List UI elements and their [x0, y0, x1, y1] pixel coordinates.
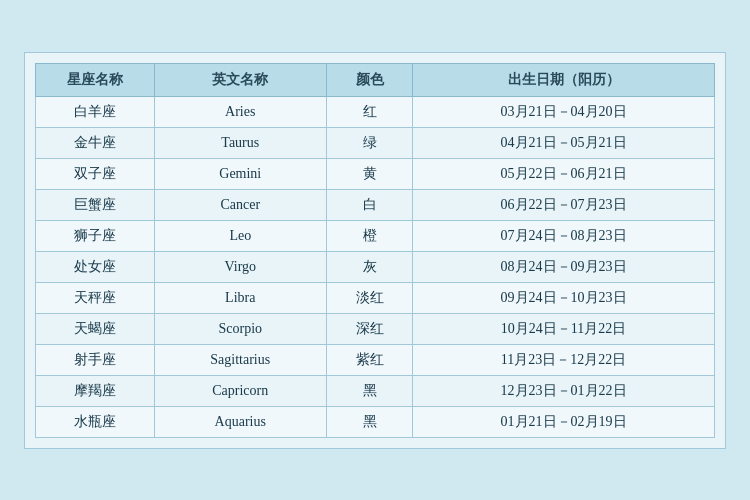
- cell-english: Cancer: [154, 189, 326, 220]
- cell-date: 03月21日－04月20日: [413, 96, 715, 127]
- cell-english: Libra: [154, 282, 326, 313]
- table-row: 天蝎座Scorpio深红10月24日－11月22日: [36, 313, 715, 344]
- cell-chinese: 白羊座: [36, 96, 155, 127]
- header-chinese: 星座名称: [36, 63, 155, 96]
- cell-color: 淡红: [326, 282, 412, 313]
- cell-date: 09月24日－10月23日: [413, 282, 715, 313]
- cell-color: 黑: [326, 375, 412, 406]
- cell-date: 11月23日－12月22日: [413, 344, 715, 375]
- cell-chinese: 处女座: [36, 251, 155, 282]
- table-header-row: 星座名称 英文名称 颜色 出生日期（阳历）: [36, 63, 715, 96]
- cell-date: 06月22日－07月23日: [413, 189, 715, 220]
- cell-english: Scorpio: [154, 313, 326, 344]
- cell-english: Aries: [154, 96, 326, 127]
- cell-date: 01月21日－02月19日: [413, 406, 715, 437]
- cell-color: 灰: [326, 251, 412, 282]
- table-row: 处女座Virgo灰08月24日－09月23日: [36, 251, 715, 282]
- cell-chinese: 射手座: [36, 344, 155, 375]
- cell-chinese: 天蝎座: [36, 313, 155, 344]
- cell-date: 08月24日－09月23日: [413, 251, 715, 282]
- cell-chinese: 天秤座: [36, 282, 155, 313]
- cell-english: Virgo: [154, 251, 326, 282]
- zodiac-table: 星座名称 英文名称 颜色 出生日期（阳历） 白羊座Aries红03月21日－04…: [35, 63, 715, 438]
- cell-color: 黑: [326, 406, 412, 437]
- cell-chinese: 金牛座: [36, 127, 155, 158]
- cell-date: 04月21日－05月21日: [413, 127, 715, 158]
- cell-chinese: 巨蟹座: [36, 189, 155, 220]
- zodiac-table-container: 星座名称 英文名称 颜色 出生日期（阳历） 白羊座Aries红03月21日－04…: [24, 52, 726, 449]
- cell-english: Gemini: [154, 158, 326, 189]
- table-row: 巨蟹座Cancer白06月22日－07月23日: [36, 189, 715, 220]
- table-row: 射手座Sagittarius紫红11月23日－12月22日: [36, 344, 715, 375]
- cell-color: 深红: [326, 313, 412, 344]
- cell-english: Aquarius: [154, 406, 326, 437]
- cell-date: 12月23日－01月22日: [413, 375, 715, 406]
- header-date: 出生日期（阳历）: [413, 63, 715, 96]
- table-row: 天秤座Libra淡红09月24日－10月23日: [36, 282, 715, 313]
- cell-color: 红: [326, 96, 412, 127]
- cell-color: 黄: [326, 158, 412, 189]
- cell-english: Taurus: [154, 127, 326, 158]
- header-english: 英文名称: [154, 63, 326, 96]
- table-row: 金牛座Taurus绿04月21日－05月21日: [36, 127, 715, 158]
- cell-chinese: 摩羯座: [36, 375, 155, 406]
- cell-english: Capricorn: [154, 375, 326, 406]
- cell-chinese: 狮子座: [36, 220, 155, 251]
- header-color: 颜色: [326, 63, 412, 96]
- cell-chinese: 双子座: [36, 158, 155, 189]
- table-row: 白羊座Aries红03月21日－04月20日: [36, 96, 715, 127]
- table-row: 双子座Gemini黄05月22日－06月21日: [36, 158, 715, 189]
- cell-chinese: 水瓶座: [36, 406, 155, 437]
- cell-color: 橙: [326, 220, 412, 251]
- cell-color: 紫红: [326, 344, 412, 375]
- cell-color: 白: [326, 189, 412, 220]
- cell-date: 05月22日－06月21日: [413, 158, 715, 189]
- table-row: 摩羯座Capricorn黑12月23日－01月22日: [36, 375, 715, 406]
- table-row: 狮子座Leo橙07月24日－08月23日: [36, 220, 715, 251]
- cell-date: 10月24日－11月22日: [413, 313, 715, 344]
- cell-color: 绿: [326, 127, 412, 158]
- cell-english: Leo: [154, 220, 326, 251]
- table-row: 水瓶座Aquarius黑01月21日－02月19日: [36, 406, 715, 437]
- cell-date: 07月24日－08月23日: [413, 220, 715, 251]
- cell-english: Sagittarius: [154, 344, 326, 375]
